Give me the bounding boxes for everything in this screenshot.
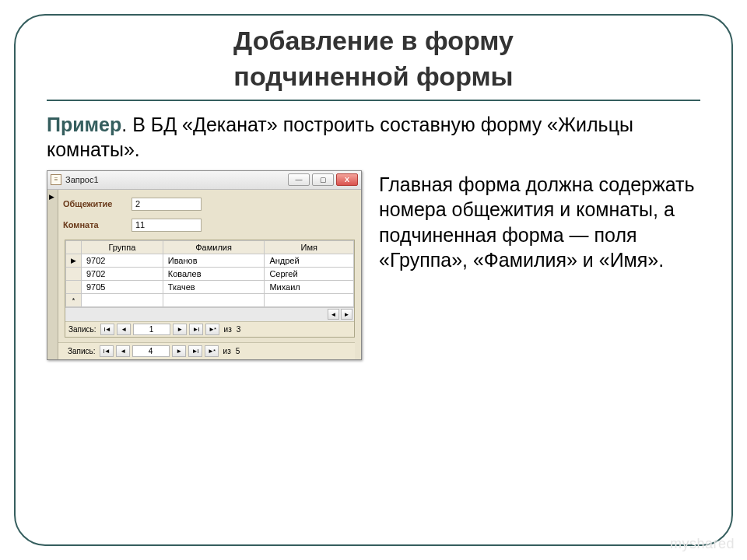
maximize-icon: ▢ — [320, 176, 327, 184]
nav-new-button[interactable]: ►* — [205, 324, 219, 335]
table-row[interactable]: ▶ 9702 Иванов Андрей — [66, 254, 354, 267]
nav-next-button[interactable]: ► — [172, 345, 186, 357]
cell-group[interactable] — [82, 293, 163, 306]
nav-label: Запись: — [68, 325, 96, 334]
nav-next-button[interactable]: ► — [173, 324, 187, 335]
nav-total: 3 — [237, 325, 241, 334]
new-icon: ►* — [209, 326, 216, 333]
last-icon: ►I — [193, 326, 199, 333]
subform-container: Группа Фамилия Имя ▶ 9702 Иванов Андрей — [65, 240, 355, 338]
nav-last-button[interactable]: ►I — [188, 345, 202, 357]
cell-surname[interactable]: Иванов — [163, 254, 265, 267]
cell-name[interactable]: Сергей — [265, 267, 354, 280]
nav-of: из — [223, 347, 231, 355]
example-paragraph: Пример. В БД «Деканат» построить составн… — [47, 112, 700, 163]
cell-surname[interactable] — [163, 293, 265, 306]
cell-surname[interactable]: Ковалев — [163, 267, 265, 280]
cell-surname[interactable]: Ткачев — [163, 280, 265, 293]
field-label-komnata: Комната — [63, 220, 121, 229]
title-underline — [47, 100, 700, 101]
table-row-new[interactable]: * — [66, 293, 354, 306]
last-icon: ►I — [192, 348, 198, 355]
main-record-nav: Запись: I◄ ◄ 4 ► ►I ►* из 5 — [54, 342, 355, 359]
form-icon: ≡ — [51, 174, 61, 185]
close-button[interactable]: X — [336, 173, 358, 186]
first-icon: I◄ — [103, 348, 110, 355]
nav-label: Запись: — [68, 347, 96, 355]
next-icon: ► — [177, 326, 182, 333]
scroll-left-icon[interactable]: ◄ — [328, 309, 339, 320]
record-selector-main[interactable] — [47, 190, 58, 359]
nav-first-button[interactable]: I◄ — [100, 345, 114, 357]
nav-new-button[interactable]: ►* — [205, 345, 219, 357]
row-selector[interactable]: ▶ — [66, 254, 82, 267]
field-input-komnata[interactable]: 11 — [132, 219, 202, 232]
form-body: Общежитие 2 Комната 11 Группа Фамилия Им… — [47, 190, 361, 359]
row-selector[interactable] — [66, 267, 82, 280]
cell-group[interactable]: 9705 — [82, 280, 163, 293]
first-icon: I◄ — [104, 326, 110, 333]
next-icon: ► — [176, 348, 181, 355]
field-input-obshchezhitie[interactable]: 2 — [132, 198, 202, 211]
title-line-1: Добавление в форму — [233, 26, 514, 55]
cell-name[interactable] — [265, 293, 354, 306]
cell-group[interactable]: 9702 — [82, 254, 163, 267]
nav-last-button[interactable]: ►I — [189, 324, 203, 335]
example-label: Пример — [47, 114, 121, 135]
row-selector-new[interactable]: * — [66, 293, 82, 306]
maximize-button[interactable]: ▢ — [312, 173, 334, 186]
nav-prev-button[interactable]: ◄ — [117, 324, 131, 335]
header-name[interactable]: Имя — [265, 240, 354, 254]
cell-name[interactable]: Михаил — [265, 280, 354, 293]
close-icon: X — [345, 176, 349, 184]
table-row[interactable]: 9702 Ковалев Сергей — [66, 267, 354, 280]
nav-position-field[interactable]: 1 — [133, 324, 170, 335]
title-line-2: подчиненной формы — [233, 61, 513, 91]
header-selector — [66, 240, 82, 254]
header-surname[interactable]: Фамилия — [163, 240, 265, 254]
watermark: myshared — [670, 536, 735, 552]
description-text: Главная форма должна содержать номера об… — [379, 170, 700, 273]
header-group[interactable]: Группа — [82, 240, 163, 254]
row-selector[interactable] — [66, 280, 82, 293]
scroll-right-icon[interactable]: ► — [341, 309, 352, 320]
subform-hscroll[interactable]: ◄ ► — [65, 307, 354, 321]
nav-first-button[interactable]: I◄ — [100, 324, 114, 335]
table-header-row: Группа Фамилия Имя — [66, 240, 354, 254]
slide-title: Добавление в форму подчиненной формы — [47, 23, 700, 95]
access-window: ≡ Запрос1 — ▢ X Общежитие 2 Комната 11 — [47, 170, 362, 360]
subform-record-nav: Запись: I◄ ◄ 1 ► ►I ►* из 3 — [65, 321, 354, 337]
window-title: Запрос1 — [65, 175, 284, 184]
nav-of: из — [224, 325, 232, 334]
nav-position-field[interactable]: 4 — [132, 345, 170, 357]
table-row[interactable]: 9705 Ткачев Михаил — [66, 280, 354, 293]
subform-grid[interactable]: Группа Фамилия Имя ▶ 9702 Иванов Андрей — [65, 240, 354, 307]
window-titlebar[interactable]: ≡ Запрос1 — ▢ X — [47, 171, 361, 190]
example-body: . В БД «Деканат» построить составную фор… — [47, 114, 633, 161]
minimize-icon: — — [296, 176, 303, 184]
new-icon: ►* — [208, 348, 215, 355]
prev-icon: ◄ — [121, 326, 126, 333]
cell-group[interactable]: 9702 — [82, 267, 163, 280]
minimize-button[interactable]: — — [288, 173, 310, 186]
nav-prev-button[interactable]: ◄ — [116, 345, 130, 357]
cell-name[interactable]: Андрей — [265, 254, 354, 267]
nav-total: 5 — [236, 347, 240, 355]
prev-icon: ◄ — [120, 348, 125, 355]
field-label-obshchezhitie: Общежитие — [63, 199, 121, 208]
